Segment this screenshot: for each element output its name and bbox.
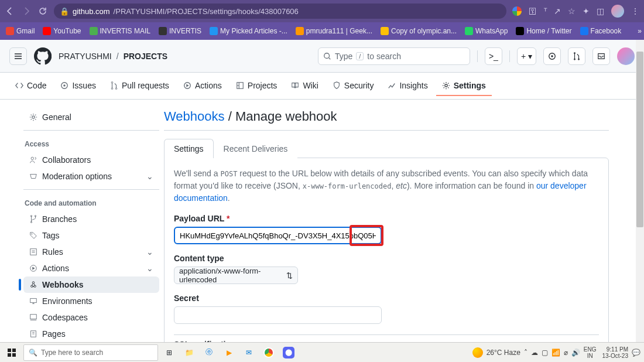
wifi-icon[interactable]: 📶 <box>551 349 560 357</box>
bookmarks-overflow[interactable]: » <box>638 27 642 35</box>
bookmark-invertis-mail[interactable]: INVERTIS MAIL <box>90 27 150 35</box>
svg-point-21 <box>32 282 35 284</box>
svg-rect-26 <box>12 349 16 352</box>
sidebar-group-codeauto: Code and automation <box>23 196 159 211</box>
bookmark-facebook[interactable]: Facebook <box>580 27 622 35</box>
webhooks-link[interactable]: Webhooks <box>164 109 225 124</box>
bookmarks-bar: Gmail YouTube INVERTIS MAIL INVERTIS My … <box>0 22 644 40</box>
create-button[interactable]: + ▾ <box>517 47 536 65</box>
share-icon[interactable]: ↗ <box>554 6 561 16</box>
onedrive-icon[interactable]: ☁ <box>531 349 538 357</box>
bookmark-gmail[interactable]: Gmail <box>6 27 35 35</box>
secret-input[interactable] <box>174 306 382 324</box>
reload-button[interactable] <box>37 6 48 16</box>
tab-code[interactable]: Code <box>9 76 52 96</box>
bookmark-picked[interactable]: My Picked Articles -... <box>210 27 287 35</box>
content-type-select[interactable]: application/x-www-form-urlencoded⇅ <box>174 267 298 284</box>
lock-icon: 🔒 <box>60 7 69 16</box>
extensions-icon[interactable]: ✦ <box>583 6 590 16</box>
breadcrumb-owner[interactable]: PRATYUSHMI <box>59 52 112 61</box>
tab-security[interactable]: Security <box>327 76 380 96</box>
tab-settings[interactable]: Settings <box>436 76 492 96</box>
tab-actions[interactable]: Actions <box>177 76 228 96</box>
hamburger-button[interactable] <box>9 47 27 65</box>
language-indicator[interactable]: ENGIN <box>584 346 597 359</box>
bookmark-pmrudra[interactable]: pmrudra111 | Geek... <box>296 27 372 35</box>
svg-rect-23 <box>30 315 37 319</box>
sidebar-item-collaborators[interactable]: Collaborators <box>23 152 159 168</box>
address-bar[interactable]: 🔒 github.com/PRATYUSHMI/PROJECTS/setting… <box>54 4 506 19</box>
webhook-tab-recent[interactable]: Recent Deliveries <box>214 139 298 158</box>
select-caret-icon: ⇅ <box>286 271 293 280</box>
outlook-icon[interactable]: ✉ <box>241 345 256 360</box>
discord-icon[interactable]: ⬤ <box>281 345 296 360</box>
svg-point-0 <box>324 53 330 58</box>
issues-button[interactable] <box>543 47 561 65</box>
tab-insights[interactable]: Insights <box>382 76 433 96</box>
breadcrumb-repo[interactable]: PROJECTS <box>124 52 167 61</box>
media-icon[interactable]: ▶ <box>221 345 237 360</box>
windows-taskbar: 🔍Type here to search ⊞ 📁 ⓔ ▶ ✉ ⬤ 26°C Ha… <box>0 342 644 362</box>
sidebar-item-webhooks[interactable]: Webhooks <box>23 276 159 293</box>
inbox-button[interactable] <box>592 47 610 65</box>
google-icon[interactable] <box>512 6 522 16</box>
weather-icon[interactable] <box>472 347 483 358</box>
payload-url-input[interactable] <box>174 227 382 244</box>
search-icon: 🔍 <box>29 349 37 357</box>
command-button[interactable]: >_ <box>485 47 502 65</box>
bookmark-twitter[interactable]: Home / Twitter <box>516 27 571 35</box>
volume-icon[interactable]: 🔊 <box>571 349 580 357</box>
tray-chevron-icon[interactable]: ˄ <box>524 349 527 357</box>
sidebar-item-codespaces[interactable]: Codespaces <box>23 309 159 326</box>
scrollbar-thumb[interactable] <box>636 52 643 227</box>
clock[interactable]: 9:11 PM13-Oct-23 <box>602 346 628 359</box>
webhook-tab-settings[interactable]: Settings <box>164 139 214 158</box>
task-view-icon[interactable]: ⊞ <box>162 345 177 360</box>
tab-projects[interactable]: Projects <box>230 76 283 96</box>
taskbar-search[interactable]: 🔍Type here to search <box>23 344 158 361</box>
sidebar-item-tags[interactable]: Tags <box>23 227 159 244</box>
back-button[interactable] <box>5 6 15 16</box>
svg-point-16 <box>32 234 33 235</box>
sidebar-item-rules[interactable]: Rules⌄ <box>23 244 159 260</box>
sidebar-item-actions[interactable]: Actions⌄ <box>23 260 159 276</box>
star-icon[interactable]: ☆ <box>568 6 576 16</box>
tab-wiki[interactable]: Wiki <box>285 76 324 96</box>
weather-text[interactable]: 26°C Haze <box>487 349 520 357</box>
url-domain: github.com <box>73 7 110 16</box>
tab-issues[interactable]: Issues <box>54 76 101 96</box>
bookmark-youtube[interactable]: YouTube <box>43 27 81 35</box>
battery-icon[interactable]: ▢ <box>542 349 548 357</box>
forward-button[interactable] <box>21 6 32 16</box>
user-avatar[interactable] <box>617 47 635 65</box>
profile-avatar[interactable] <box>611 5 624 18</box>
scrollbar[interactable] <box>636 40 644 342</box>
panel-icon[interactable]: ◫ <box>597 6 604 16</box>
sidebar-item-environments[interactable]: Environments <box>23 293 159 309</box>
bookmark-invertis[interactable]: INVERTIS <box>159 27 201 35</box>
sidebar-item-pages[interactable]: Pages <box>23 326 159 342</box>
sidebar-item-moderation[interactable]: Moderation options⌄ <box>23 168 159 185</box>
pulls-button[interactable] <box>568 47 585 65</box>
webhook-info: We'll send a POST request to the URL bel… <box>174 168 599 204</box>
search-input[interactable]: Type / to search <box>318 47 470 65</box>
github-logo[interactable] <box>34 47 52 65</box>
translate-icon[interactable]: ᵀ <box>544 6 547 16</box>
tab-pulls[interactable]: Pull requests <box>104 76 175 96</box>
article-icon <box>210 27 218 35</box>
sidebar-item-branches[interactable]: Branches <box>23 211 159 227</box>
sidebar-item-general[interactable]: General <box>23 109 159 125</box>
chevron-down-icon: ⌄ <box>146 264 153 273</box>
edge-icon[interactable]: ⓔ <box>201 345 217 360</box>
breadcrumb-sep: / <box>117 52 119 61</box>
bookmark-olympic[interactable]: Copy of olympic.an... <box>381 27 457 35</box>
notifications-icon[interactable]: 💬 <box>632 349 640 357</box>
bluetooth-icon[interactable]: ⌀ <box>564 349 568 357</box>
key-icon[interactable]: ⚿ <box>529 6 537 16</box>
chrome-icon[interactable] <box>261 345 276 360</box>
menu-icon[interactable]: ⋮ <box>631 6 639 16</box>
start-button[interactable] <box>4 344 20 361</box>
bookmark-whatsapp[interactable]: WhatsApp <box>465 27 508 35</box>
explorer-icon[interactable]: 📁 <box>181 345 197 360</box>
breadcrumb: PRATYUSHMI / PROJECTS <box>59 52 167 61</box>
